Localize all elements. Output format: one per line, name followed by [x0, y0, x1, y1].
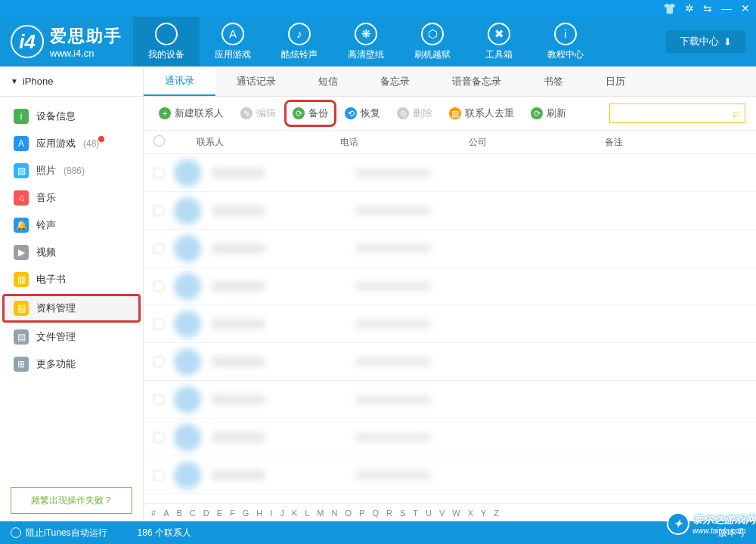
alpha-S[interactable]: S — [400, 508, 405, 518]
table-row[interactable] — [144, 192, 756, 230]
nav-item-应用游戏[interactable]: A应用游戏 — [200, 17, 266, 66]
col-company[interactable]: 公司 — [469, 136, 605, 149]
alpha-E[interactable]: E — [217, 508, 222, 518]
alpha-J[interactable]: J — [280, 508, 284, 518]
tool-新建联系人[interactable]: +新建联系人 — [154, 104, 228, 123]
help-link[interactable]: 频繁出现操作失败？ — [11, 487, 132, 514]
table-row[interactable] — [144, 381, 756, 419]
swap-icon[interactable]: ⇆ — [703, 2, 712, 14]
nav-item-刷机越狱[interactable]: ⬡刷机越狱 — [399, 17, 466, 66]
close-icon[interactable]: ✕ — [741, 2, 750, 14]
tab-日历[interactable]: 日历 — [584, 66, 646, 96]
table-row[interactable] — [144, 456, 756, 494]
tab-备忘录[interactable]: 备忘录 — [359, 66, 431, 96]
tool-联系人去重[interactable]: ▥联系人去重 — [445, 104, 519, 123]
tab-书签[interactable]: 书签 — [522, 66, 584, 96]
col-phone[interactable]: 电话 — [340, 136, 469, 149]
row-checkbox[interactable] — [144, 357, 174, 367]
sidebar-item-应用游戏[interactable]: A应用游戏(48) — [0, 130, 143, 157]
alpha-X[interactable]: X — [468, 508, 473, 518]
tool-备份[interactable]: ⟳备份 — [288, 104, 333, 123]
nav-icon: A — [222, 23, 244, 45]
alpha-C[interactable]: C — [190, 508, 196, 518]
settings-icon[interactable]: ✲ — [685, 2, 694, 14]
itunes-toggle[interactable]: 阻止iTunes自动运行 — [11, 527, 107, 539]
table-row[interactable] — [144, 230, 756, 267]
alpha-W[interactable]: W — [452, 508, 460, 518]
app-name: 爱思助手 — [50, 25, 122, 48]
select-all-checkbox[interactable] — [144, 135, 174, 149]
sidebar-item-资料管理[interactable]: ▤资料管理 — [3, 295, 140, 322]
tab-通讯录[interactable]: 通讯录 — [144, 66, 215, 96]
row-checkbox[interactable] — [144, 394, 174, 405]
sidebar-item-设备信息[interactable]: i设备信息 — [0, 103, 143, 130]
tab-通话记录[interactable]: 通话记录 — [215, 66, 297, 96]
alpha-G[interactable]: G — [243, 508, 249, 518]
contact-name-blurred — [212, 281, 265, 292]
app-url: www.i4.cn — [50, 48, 122, 59]
table-row[interactable] — [144, 419, 756, 456]
col-contact[interactable]: 联系人 — [174, 136, 340, 149]
search-icon[interactable]: ⌕ — [733, 107, 740, 120]
table-row[interactable] — [144, 343, 756, 381]
row-checkbox[interactable] — [144, 319, 174, 329]
tab-语音备忘录[interactable]: 语音备忘录 — [431, 66, 522, 96]
sidebar-item-电子书[interactable]: ▥电子书 — [0, 266, 143, 293]
sidebar-item-视频[interactable]: ▶视频 — [0, 239, 143, 266]
alpha-#[interactable]: # — [151, 508, 156, 518]
minimize-icon[interactable]: — — [721, 2, 732, 14]
alpha-D[interactable]: D — [203, 508, 209, 518]
alpha-A[interactable]: A — [163, 508, 169, 518]
tab-短信[interactable]: 短信 — [297, 66, 359, 96]
nav-item-高清壁纸[interactable]: ❋高清壁纸 — [333, 17, 399, 66]
device-selector[interactable]: ▼ iPhone — [0, 66, 143, 97]
tool-恢复[interactable]: ⟲恢复 — [340, 104, 385, 123]
contact-name-blurred — [212, 432, 265, 443]
avatar — [174, 424, 201, 451]
nav-item-工具箱[interactable]: ✖工具箱 — [466, 17, 532, 66]
contact-phone-blurred — [355, 282, 431, 291]
alpha-L[interactable]: L — [305, 508, 309, 518]
sidebar-item-更多功能[interactable]: ⊞更多功能 — [0, 351, 143, 378]
search-input[interactable] — [615, 108, 733, 119]
contact-phone-blurred — [355, 206, 431, 215]
sidebar-item-铃声[interactable]: 🔔铃声 — [0, 212, 143, 239]
alpha-N[interactable]: N — [332, 508, 338, 518]
sidebar-item-文件管理[interactable]: ▤文件管理 — [0, 323, 143, 351]
sidebar: ▼ iPhone i设备信息A应用游戏(48)▨照片(886)♫音乐🔔铃声▶视频… — [0, 66, 144, 521]
search-box[interactable]: ⌕ — [609, 104, 745, 123]
row-checkbox[interactable] — [144, 432, 174, 443]
table-row[interactable] — [144, 305, 756, 343]
alpha-U[interactable]: U — [426, 508, 432, 518]
alpha-T[interactable]: T — [413, 508, 418, 518]
alpha-R[interactable]: R — [386, 508, 392, 518]
alpha-H[interactable]: H — [256, 508, 262, 518]
table-row[interactable] — [144, 267, 756, 305]
table-row[interactable] — [144, 154, 756, 192]
nav-item-教程中心[interactable]: i教程中心 — [532, 17, 599, 66]
sidebar-item-音乐[interactable]: ♫音乐 — [0, 184, 143, 212]
row-checkbox[interactable] — [144, 206, 174, 216]
alpha-P[interactable]: P — [359, 508, 364, 518]
alpha-B[interactable]: B — [176, 508, 181, 518]
nav-item-酷炫铃声[interactable]: ♪酷炫铃声 — [266, 17, 333, 66]
alpha-Q[interactable]: Q — [372, 508, 379, 518]
nav-item-我的设备[interactable]: 我的设备 — [133, 17, 200, 66]
row-checkbox[interactable] — [144, 281, 174, 292]
alpha-Y[interactable]: Y — [481, 508, 486, 518]
alpha-I[interactable]: I — [270, 508, 272, 518]
sidebar-item-照片[interactable]: ▨照片(886) — [0, 157, 143, 184]
alpha-M[interactable]: M — [317, 508, 324, 518]
col-note[interactable]: 备注 — [605, 136, 756, 149]
alpha-Z[interactable]: Z — [494, 508, 499, 518]
row-checkbox[interactable] — [144, 470, 174, 481]
download-center-button[interactable]: 下载中心 ⬇ — [666, 30, 745, 53]
alpha-O[interactable]: O — [345, 508, 352, 518]
alpha-K[interactable]: K — [292, 508, 297, 518]
tool-刷新[interactable]: ⟳刷新 — [526, 104, 571, 123]
alpha-V[interactable]: V — [439, 508, 445, 518]
shirt-icon[interactable]: 👕 — [663, 2, 676, 14]
alpha-F[interactable]: F — [230, 508, 235, 518]
row-checkbox[interactable] — [144, 243, 174, 254]
row-checkbox[interactable] — [144, 168, 174, 178]
